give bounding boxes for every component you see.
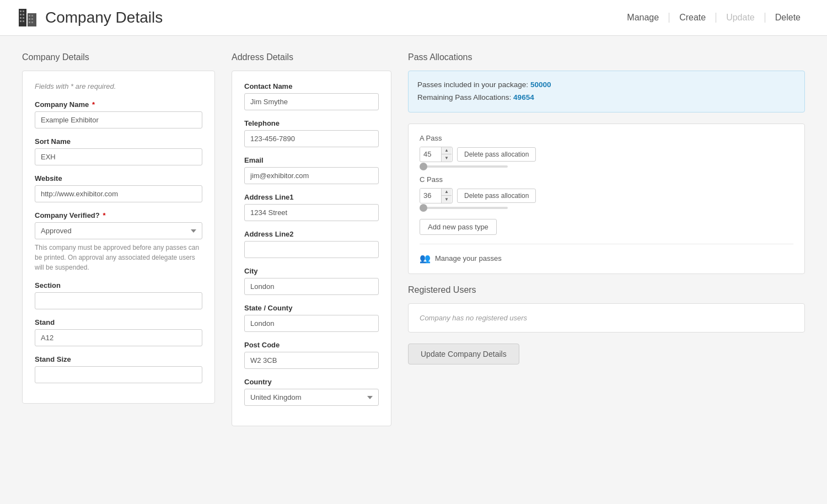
state-county-input[interactable]	[244, 315, 379, 332]
update-company-details-button[interactable]: Update Company Details	[408, 344, 519, 364]
c-pass-number: ▲ ▼	[420, 188, 453, 203]
website-group: Website	[35, 174, 202, 202]
registered-users-heading: Registered Users	[408, 285, 805, 295]
company-details-column: Company Details Fields with * are requir…	[22, 52, 215, 404]
website-input[interactable]	[35, 185, 202, 202]
telephone-label: Telephone	[244, 119, 379, 127]
svg-rect-8	[20, 20, 22, 22]
address-details-column: Address Details Contact Name Telephone E…	[232, 52, 391, 426]
svg-rect-11	[31, 15, 33, 17]
svg-rect-7	[23, 17, 24, 19]
contact-name-input[interactable]	[244, 93, 379, 110]
company-verified-group: Company Verified? * Approved Pending Rej…	[35, 211, 202, 272]
svg-rect-6	[20, 17, 22, 19]
a-pass-spinners: ▲ ▼	[441, 147, 452, 162]
a-pass-down[interactable]: ▼	[442, 154, 452, 162]
address-line2-label: Address Line2	[244, 230, 379, 238]
section-label: Section	[35, 281, 202, 289]
email-group: Email	[244, 156, 379, 184]
country-select[interactable]: United Kingdom United States France Germ…	[244, 389, 379, 406]
nav-update: Update	[716, 13, 765, 23]
a-pass-delete-button[interactable]: Delete pass allocation	[457, 147, 536, 162]
svg-rect-2	[20, 10, 22, 12]
address-line1-group: Address Line1	[244, 193, 379, 221]
telephone-input[interactable]	[244, 130, 379, 147]
address-details-card: Contact Name Telephone Email Address Lin…	[232, 71, 391, 426]
main-content: Company Details Fields with * are requir…	[0, 36, 827, 443]
state-county-label: State / County	[244, 304, 379, 312]
c-pass-up[interactable]: ▲	[442, 189, 452, 196]
building-icon	[17, 7, 39, 29]
svg-rect-9	[23, 20, 24, 22]
passes-divider	[420, 244, 793, 244]
company-name-group: Company Name *	[35, 100, 202, 128]
company-name-label: Company Name *	[35, 100, 202, 109]
city-group: City	[244, 267, 379, 295]
sort-name-group: Sort Name	[35, 137, 202, 165]
c-pass-slider-thumb	[420, 204, 427, 212]
section-input[interactable]	[35, 292, 202, 309]
stand-size-input[interactable]	[35, 366, 202, 383]
nav-delete[interactable]: Delete	[765, 13, 810, 23]
page-title: Company Details	[45, 9, 163, 26]
company-verified-help: This company must be approved before any…	[35, 243, 202, 272]
a-pass-up[interactable]: ▲	[442, 147, 452, 154]
email-input[interactable]	[244, 167, 379, 184]
address-line1-label: Address Line1	[244, 193, 379, 201]
a-pass-label: A Pass	[420, 134, 793, 142]
company-name-input[interactable]	[35, 111, 202, 128]
right-column: Pass Allocations Passes included in your…	[408, 52, 805, 364]
c-pass-input[interactable]	[420, 189, 441, 202]
svg-rect-15	[31, 22, 33, 23]
c-pass-label: C Pass	[420, 175, 793, 184]
svg-rect-10	[29, 15, 30, 17]
post-code-input[interactable]	[244, 352, 379, 369]
svg-rect-4	[20, 14, 22, 15]
c-pass-delete-button[interactable]: Delete pass allocation	[457, 189, 536, 203]
c-pass-row: ▲ ▼ Delete pass allocation	[420, 188, 793, 203]
passes-included-line: Passes included in your package: 50000	[417, 79, 796, 92]
nav-manage[interactable]: Manage	[617, 13, 669, 23]
pass-allocations-heading: Pass Allocations	[408, 52, 805, 62]
stand-size-group: Stand Size	[35, 355, 202, 383]
c-pass-spinners: ▲ ▼	[441, 189, 452, 203]
registered-users-card: Company has no registered users	[408, 303, 805, 333]
svg-rect-3	[23, 10, 24, 12]
stand-label: Stand	[35, 318, 202, 326]
sort-name-label: Sort Name	[35, 137, 202, 146]
a-pass-number: ▲ ▼	[420, 147, 453, 162]
sort-name-input[interactable]	[35, 148, 202, 165]
a-pass-slider	[420, 165, 508, 168]
company-details-card: Fields with * are required. Company Name…	[22, 71, 215, 404]
header-nav: Manage Create Update Delete	[617, 13, 810, 23]
c-pass-slider	[420, 207, 508, 209]
section-group: Section	[35, 281, 202, 309]
stand-size-label: Stand Size	[35, 355, 202, 363]
c-pass-down[interactable]: ▼	[442, 196, 452, 203]
state-county-group: State / County	[244, 304, 379, 332]
svg-rect-13	[31, 18, 33, 20]
city-label: City	[244, 267, 379, 275]
nav-create[interactable]: Create	[669, 13, 716, 23]
address-line1-input[interactable]	[244, 204, 379, 221]
svg-rect-14	[29, 22, 30, 23]
a-pass-slider-thumb	[420, 163, 427, 170]
manage-passes-link[interactable]: 👥 Manage your passes	[420, 253, 793, 264]
stand-input[interactable]	[35, 329, 202, 346]
manage-passes-label: Manage your passes	[435, 254, 502, 262]
company-verified-label: Company Verified? *	[35, 211, 202, 219]
pass-allocations-card: A Pass ▲ ▼ Delete pass allocation C Pass	[408, 124, 805, 274]
company-verified-select[interactable]: Approved Pending Rejected	[35, 222, 202, 239]
address-details-heading: Address Details	[232, 52, 391, 62]
passes-remaining-line: Remaining Pass Allocations: 49654	[417, 92, 796, 104]
address-line2-group: Address Line2	[244, 230, 379, 258]
email-label: Email	[244, 156, 379, 164]
address-line2-input[interactable]	[244, 241, 379, 258]
add-new-pass-button[interactable]: Add new pass type	[420, 219, 497, 235]
telephone-group: Telephone	[244, 119, 379, 147]
a-pass-input[interactable]	[420, 147, 441, 161]
website-label: Website	[35, 174, 202, 183]
header-left: Company Details	[17, 7, 163, 29]
passes-included-value: 50000	[530, 81, 551, 89]
city-input[interactable]	[244, 278, 379, 295]
